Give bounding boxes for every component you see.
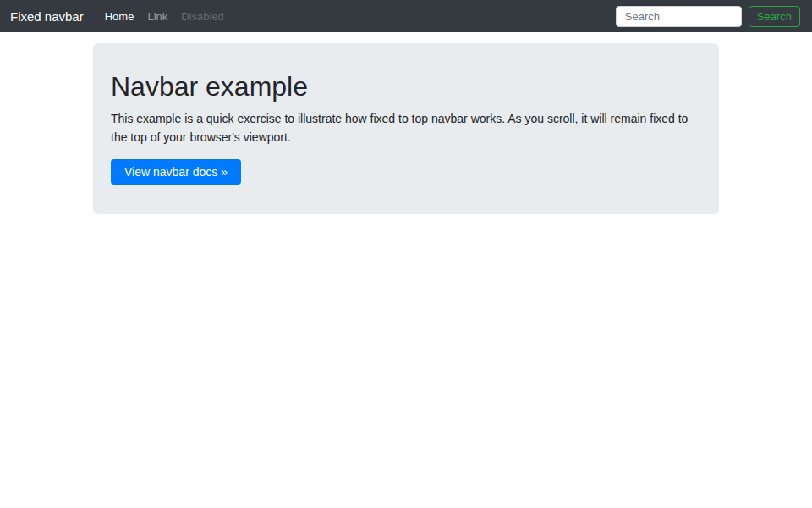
navbar: Fixed navbar Home Link Disabled Search xyxy=(0,0,812,32)
search-input[interactable] xyxy=(616,6,742,27)
navbar-brand[interactable]: Fixed navbar xyxy=(10,9,84,24)
page-title: Navbar example xyxy=(111,70,701,102)
jumbotron-description: This example is a quick exercise to illu… xyxy=(111,109,701,146)
jumbotron: Navbar example This example is a quick e… xyxy=(93,43,719,214)
nav-item-disabled[interactable]: Disabled xyxy=(174,10,231,23)
navbar-nav: Home Link Disabled xyxy=(98,10,231,23)
search-form: Search xyxy=(616,6,800,27)
nav-item-link[interactable]: Link xyxy=(140,10,174,23)
main-content: Navbar example This example is a quick e… xyxy=(0,43,812,214)
nav-item-home[interactable]: Home xyxy=(98,10,141,23)
view-navbar-docs-button[interactable]: View navbar docs » xyxy=(111,159,241,185)
search-button[interactable]: Search xyxy=(749,6,800,27)
